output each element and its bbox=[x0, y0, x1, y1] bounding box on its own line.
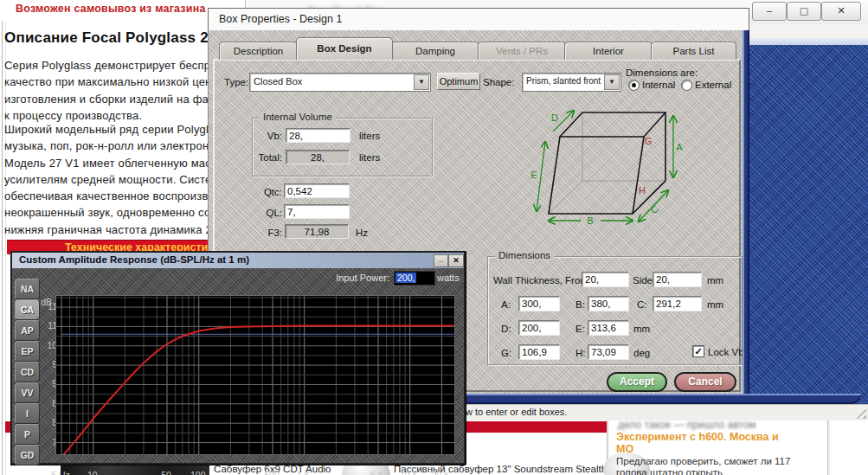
wall-side-input[interactable] bbox=[653, 272, 702, 287]
side-tab-vv[interactable]: VV bbox=[15, 382, 40, 403]
cancel-button[interactable]: Cancel bbox=[674, 372, 736, 392]
dim-e-label: E: bbox=[575, 324, 585, 334]
ql-input[interactable] bbox=[284, 204, 350, 219]
dim-g-input[interactable] bbox=[518, 344, 560, 360]
lock-vb-label[interactable]: Lock Vb bbox=[708, 347, 744, 357]
dimensions-are-label: Dimensions are: bbox=[626, 67, 698, 78]
close-button[interactable]: ✕ bbox=[821, 2, 861, 21]
series-amplitude-response bbox=[61, 326, 453, 454]
amplitude-title: Custom Amplitude Response (dB-SPL/Hz at … bbox=[19, 254, 249, 265]
x-tick-label: 10 bbox=[78, 470, 107, 475]
external-radio[interactable] bbox=[681, 80, 692, 91]
input-power-field[interactable]: 200, bbox=[394, 271, 435, 286]
dialog-titlebar[interactable]: Box Properties - Design 1 bbox=[208, 8, 749, 32]
vb-input[interactable] bbox=[286, 128, 350, 143]
dim-h-input[interactable] bbox=[588, 344, 629, 360]
abc-unit: mm bbox=[707, 299, 723, 310]
maximize-button[interactable]: ▢ bbox=[787, 2, 821, 21]
amplitude-titlebar[interactable]: Custom Amplitude Response (dB-SPL/Hz at … bbox=[12, 253, 464, 268]
wall-front-input[interactable] bbox=[582, 272, 629, 287]
de-unit: mm bbox=[633, 324, 650, 334]
forum-body-line2: голова штатно открыть bbox=[616, 467, 723, 475]
f3-label: F3: bbox=[256, 228, 282, 238]
resize-grip[interactable] bbox=[855, 408, 866, 419]
amplitude-window: Custom Amplitude Response (dB-SPL/Hz at … bbox=[10, 251, 466, 465]
x-tick-label: 5 K bbox=[363, 470, 392, 475]
gh-unit: deg bbox=[633, 348, 650, 358]
x-tick-label: 50 bbox=[151, 470, 181, 475]
internal-radio-label[interactable]: Internal bbox=[642, 80, 675, 90]
shape-dropdown-arrow-icon[interactable]: ▼ bbox=[604, 74, 620, 90]
external-radio-label[interactable]: External bbox=[695, 80, 731, 90]
accept-button[interactable]: Accept bbox=[607, 372, 667, 392]
forum-body-line1: Предлагаю проверить, сможет ли 117 bbox=[616, 456, 790, 466]
total-field bbox=[286, 150, 350, 164]
amplitude-minimize-button[interactable]: _ bbox=[434, 254, 448, 267]
paragraph-line: Модель 27 V1 имеет облегченную массу bbox=[4, 155, 226, 171]
tab-damping[interactable]: Damping bbox=[391, 42, 479, 60]
ql-label: QL: bbox=[256, 208, 282, 218]
side-tab-ap[interactable]: AP bbox=[15, 320, 40, 341]
vb-label: Vb: bbox=[253, 131, 282, 141]
dimensions-group-title: Dimensions bbox=[495, 250, 554, 260]
side-tab-p[interactable]: P bbox=[15, 424, 40, 445]
box-shape-diagram: D A E B C G H bbox=[520, 92, 693, 243]
side-tab-gd[interactable]: GD bbox=[15, 445, 40, 465]
shape-dropdown[interactable]: Prism, slanted front ▼ bbox=[522, 73, 621, 92]
shape-value: Prism, slanted front bbox=[526, 76, 605, 86]
description-paragraph-1: Серия Polyglass демонстрирует беспрецкач… bbox=[4, 57, 223, 124]
total-unit: liters bbox=[359, 152, 380, 163]
optimum-button[interactable]: Optimum bbox=[437, 73, 480, 90]
diagram-label-d: D bbox=[551, 112, 558, 123]
dim-c-input[interactable] bbox=[653, 296, 702, 311]
x-tick-label: 100 bbox=[183, 470, 213, 475]
side-tab-cd[interactable]: CD bbox=[15, 362, 40, 382]
lock-vb-checkbox[interactable]: ✓ bbox=[692, 345, 704, 357]
paragraph-line: усилителям средней мощности. Система bbox=[4, 171, 226, 188]
amplitude-chart-svg bbox=[56, 296, 454, 454]
dim-d-input[interactable] bbox=[518, 320, 560, 336]
x-tick-label: 5 Hz bbox=[46, 470, 75, 475]
wall-unit: mm bbox=[707, 275, 723, 286]
vb-unit: liters bbox=[359, 131, 380, 141]
side-tab-ep[interactable]: EP bbox=[15, 341, 40, 362]
minimize-button[interactable]: – bbox=[752, 2, 787, 21]
dim-a-label: A: bbox=[501, 299, 511, 310]
amplitude-close-button[interactable]: ✕ bbox=[448, 254, 464, 267]
tab-parts-list[interactable]: Parts List bbox=[651, 42, 736, 60]
type-dropdown[interactable]: Closed Box ▼ bbox=[249, 73, 431, 92]
type-dropdown-arrow-icon[interactable]: ▼ bbox=[414, 74, 429, 90]
paragraph-line: неокрашенный звук, одновременно соч bbox=[4, 204, 226, 221]
forum-blurred-line: дело такое — пришло автом bbox=[618, 419, 756, 431]
diagram-label-e: E bbox=[530, 170, 537, 180]
paragraph-line: обеспечивая качественное воспроизвед bbox=[4, 188, 226, 204]
page-border-line bbox=[2, 21, 3, 475]
f3-field bbox=[285, 224, 349, 239]
paragraph-line: Широкий модельный ряд серии Polyglas bbox=[4, 121, 226, 138]
paragraph-line: нижняя граничная частота динамика 27 bbox=[4, 221, 226, 238]
tab-description[interactable]: Description bbox=[219, 42, 298, 60]
paragraph-line: музыка, поп, рок-н-ролл или электронн bbox=[4, 138, 226, 154]
qtc-input[interactable] bbox=[284, 183, 350, 198]
dialog-title: Box Properties - Design 1 bbox=[219, 13, 342, 25]
input-power-value: 200, bbox=[395, 273, 416, 283]
tab-vents-prs: Vents / PRs bbox=[478, 42, 566, 60]
dim-b-input[interactable] bbox=[588, 296, 629, 311]
internal-radio[interactable] bbox=[628, 80, 640, 91]
f3-unit: Hz bbox=[356, 228, 368, 238]
forum-topic-link[interactable]: Эксперимент с h600. Москва и МО bbox=[616, 431, 779, 455]
side-tab-i[interactable]: I bbox=[15, 403, 40, 424]
paragraph-line: качество при максимально низкой цене bbox=[4, 74, 223, 90]
screen: Возможен самовывоз из магазина Описание … bbox=[0, 0, 868, 475]
dim-e-input[interactable] bbox=[588, 320, 629, 336]
x-tick-label: 500 bbox=[257, 470, 286, 475]
x-tick-label: 10 K bbox=[395, 470, 424, 475]
dim-a-input[interactable] bbox=[518, 296, 560, 311]
tab-interior[interactable]: Interior bbox=[564, 42, 653, 60]
input-power-unit: watts bbox=[437, 273, 460, 283]
dim-b-label: B: bbox=[575, 299, 585, 310]
status-text: w to enter or edit boxes. bbox=[466, 407, 567, 417]
shape-label: Shape: bbox=[483, 77, 514, 87]
tab-box-design[interactable]: Box Design bbox=[296, 37, 393, 60]
pickup-notice: Возможен самовывоз из магазина bbox=[16, 3, 206, 15]
